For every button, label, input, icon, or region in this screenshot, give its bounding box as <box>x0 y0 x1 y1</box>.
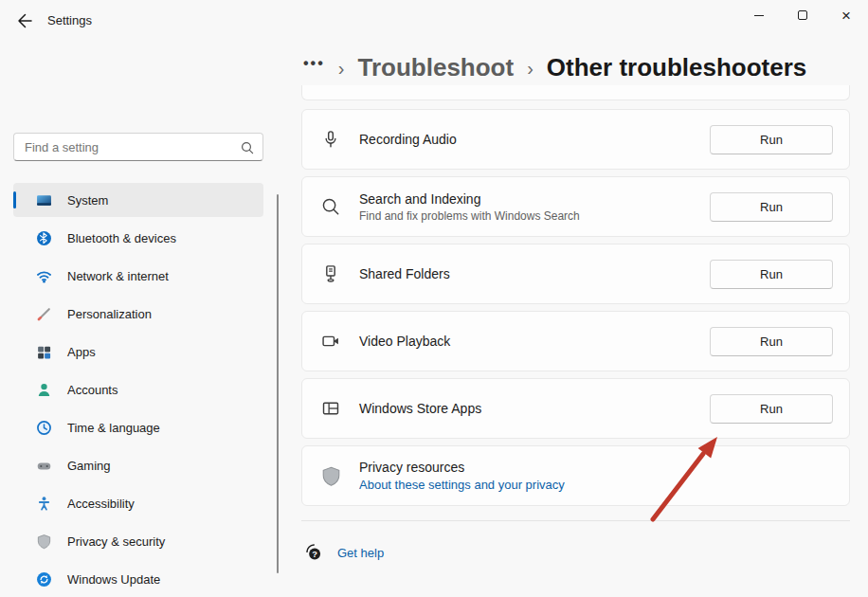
sidebar-nav: System Bluetooth & devices Network <box>13 183 263 596</box>
maximize-button[interactable] <box>781 0 824 30</box>
store-icon <box>319 397 342 420</box>
sidebar-item-personalization[interactable]: Personalization <box>13 297 263 331</box>
run-button-windows-store-apps[interactable]: Run <box>710 394 833 424</box>
row-shared-folders: Shared Folders Run <box>301 244 850 304</box>
window-controls: × <box>737 0 868 30</box>
video-camera-icon <box>319 330 342 353</box>
settings-window: Settings × ••• › Troubleshoot › Other tr… <box>0 0 868 597</box>
sidebar-item-label: Gaming <box>67 459 111 473</box>
windows-update-icon <box>36 571 52 588</box>
sidebar-item-label: Network & internet <box>67 269 169 283</box>
sidebar-item-label: System <box>67 193 108 208</box>
close-icon: × <box>841 8 851 24</box>
row-privacy-resources: Privacy resources About these settings a… <box>301 445 850 506</box>
sidebar-item-windows-update[interactable]: Windows Update <box>13 562 263 596</box>
accounts-person-icon <box>36 382 52 398</box>
divider <box>301 520 850 521</box>
run-button-search-and-indexing[interactable]: Run <box>710 192 833 222</box>
row-subtitle: Find and fix problems with Windows Searc… <box>359 209 580 223</box>
sidebar-item-privacy-security[interactable]: Privacy & security <box>13 524 263 558</box>
run-button-video-playback[interactable]: Run <box>710 327 833 356</box>
breadcrumb-overflow[interactable]: ••• <box>303 55 325 80</box>
row-title: Video Playback <box>359 334 450 349</box>
get-help-icon: ? <box>303 542 324 563</box>
shield-icon <box>36 534 52 550</box>
sidebar: System Bluetooth & devices Network <box>13 133 263 597</box>
shared-folders-icon <box>319 262 342 285</box>
back-button[interactable] <box>9 8 40 34</box>
sidebar-item-gaming[interactable]: Gaming <box>13 448 263 482</box>
sidebar-item-system[interactable]: System <box>13 183 263 217</box>
sidebar-item-label: Time & language <box>67 421 160 435</box>
sidebar-item-label: Accounts <box>67 383 118 397</box>
get-help-row[interactable]: ? Get help <box>301 542 850 563</box>
partial-card-top <box>301 85 850 100</box>
sidebar-item-label: Privacy & security <box>67 534 165 549</box>
window-title: Settings <box>47 13 92 27</box>
page-title: Other troubleshooters <box>547 53 806 82</box>
minimize-button[interactable] <box>737 0 781 30</box>
get-help-link[interactable]: Get help <box>337 546 384 560</box>
privacy-settings-link[interactable]: About these settings and your privacy <box>359 478 565 492</box>
run-button-recording-audio[interactable]: Run <box>710 125 833 154</box>
breadcrumb-item-troubleshoot[interactable]: Troubleshoot <box>357 53 514 82</box>
gaming-controller-icon <box>36 458 52 474</box>
sidebar-item-label: Bluetooth & devices <box>67 231 176 245</box>
selection-indicator <box>13 191 16 208</box>
breadcrumb-separator: › <box>338 56 345 80</box>
troubleshooters-list: Recording Audio Run Search and Indexing … <box>301 85 850 563</box>
breadcrumb: ••• › Troubleshoot › Other troubleshoote… <box>303 47 806 87</box>
row-recording-audio: Recording Audio Run <box>301 109 850 170</box>
network-wifi-icon <box>36 268 52 284</box>
sidebar-item-label: Apps <box>67 345 96 359</box>
row-title: Recording Audio <box>359 132 457 147</box>
sidebar-item-bluetooth-devices[interactable]: Bluetooth & devices <box>13 221 263 255</box>
search-icon <box>241 141 254 154</box>
time-language-clock-icon <box>36 420 52 436</box>
close-button[interactable]: × <box>824 0 868 30</box>
sidebar-item-accessibility[interactable]: Accessibility <box>13 486 263 520</box>
search-box <box>13 133 263 161</box>
row-video-playback: Video Playback Run <box>301 311 850 371</box>
search-input[interactable] <box>14 134 262 160</box>
privacy-resources-title: Privacy resources <box>359 460 565 475</box>
personalization-brush-icon <box>36 306 52 322</box>
row-title: Windows Store Apps <box>359 401 481 416</box>
apps-grid-icon <box>36 344 52 360</box>
sidebar-item-label: Personalization <box>67 307 152 321</box>
row-windows-store-apps: Windows Store Apps Run <box>301 378 850 439</box>
microphone-icon <box>319 128 342 151</box>
row-title: Search and Indexing <box>359 191 580 207</box>
bluetooth-icon <box>36 230 52 246</box>
accessibility-person-icon <box>36 496 52 512</box>
maximize-icon <box>798 10 807 20</box>
system-icon <box>36 192 52 208</box>
row-search-and-indexing: Search and Indexing Find and fix problem… <box>301 176 850 237</box>
run-button-shared-folders[interactable]: Run <box>710 260 833 289</box>
shield-icon <box>319 464 342 487</box>
scrollbar[interactable] <box>277 194 279 573</box>
sidebar-item-label: Accessibility <box>67 497 135 511</box>
row-title: Shared Folders <box>359 266 450 281</box>
minimize-icon <box>754 15 764 16</box>
sidebar-item-network-internet[interactable]: Network & internet <box>13 259 263 293</box>
sidebar-item-apps[interactable]: Apps <box>13 335 263 369</box>
sidebar-item-label: Windows Update <box>67 572 160 587</box>
breadcrumb-separator: › <box>527 56 533 80</box>
sidebar-item-time-language[interactable]: Time & language <box>13 410 263 444</box>
search-icon <box>319 195 342 218</box>
svg-text:?: ? <box>312 550 317 559</box>
back-arrow-icon <box>15 11 34 30</box>
sidebar-item-accounts[interactable]: Accounts <box>13 372 263 407</box>
